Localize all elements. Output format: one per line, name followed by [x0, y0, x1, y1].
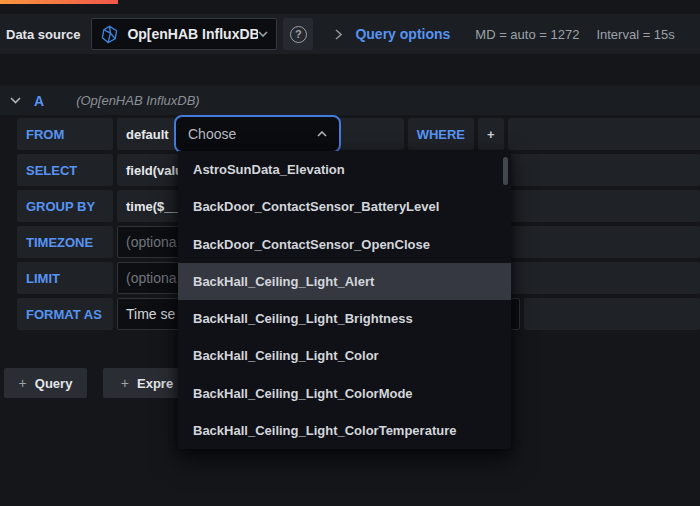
dropdown-scrollbar-thumb[interactable] — [503, 157, 508, 185]
datasource-label: Data source — [6, 27, 80, 42]
query-ref-id: A — [34, 93, 44, 109]
from-row-filler — [508, 118, 700, 150]
interval-readout: Interval = 15s — [596, 27, 674, 42]
timezone-label: TIMEZONE — [26, 235, 93, 250]
query-editor-page: Data source Op[enHAB InfluxDB ? Query op… — [0, 0, 700, 506]
query-row-header[interactable]: A (Op[enHAB InfluxDB) — [0, 86, 700, 115]
datasource-picker[interactable]: Op[enHAB InfluxDB — [91, 18, 277, 50]
query-datasource-hint: (Op[enHAB InfluxDB) — [76, 93, 200, 108]
limit-label-cell: LIMIT — [17, 262, 113, 294]
chevron-right-icon — [335, 29, 342, 40]
chevron-up-icon — [317, 131, 327, 137]
datasource-picker-value: Op[enHAB InfluxDB — [127, 26, 258, 42]
format-as-row-filler — [524, 298, 700, 330]
where-label-cell: WHERE — [408, 118, 474, 150]
dropdown-option[interactable]: BackHall_Ceiling_Light_ColorMode — [178, 375, 511, 412]
dropdown-option[interactable]: AstroSunData_Elevation — [178, 151, 511, 188]
format-as-label-cell: FORMAT AS — [17, 298, 113, 330]
retention-policy-segment[interactable]: default — [117, 118, 178, 150]
plus-icon: + — [487, 127, 495, 142]
plus-icon: + — [19, 375, 27, 391]
chevron-down-icon[interactable] — [10, 97, 21, 104]
query-toolbar: Data source Op[enHAB InfluxDB ? Query op… — [0, 14, 700, 54]
measurement-combobox-placeholder: Choose — [188, 126, 317, 142]
dropdown-option-selected[interactable]: BackHall_Ceiling_Light_Alert — [178, 263, 511, 300]
add-query-button[interactable]: + Query — [4, 368, 87, 398]
measurement-dropdown-menu: AstroSunData_Elevation BackDoor_ContactS… — [178, 151, 511, 449]
format-as-label: FORMAT AS — [26, 307, 102, 322]
chevron-down-icon — [258, 31, 268, 37]
plus-icon: + — [121, 375, 129, 391]
group-by-label: GROUP BY — [26, 199, 95, 214]
select-label: SELECT — [26, 163, 77, 178]
dropdown-option[interactable]: BackHall_Ceiling_Light_Brightness — [178, 300, 511, 337]
datasource-help-button[interactable]: ? — [283, 18, 313, 50]
measurement-combobox[interactable]: Choose — [174, 115, 341, 153]
dropdown-option[interactable]: BackHall_Ceiling_Light_ColorTemperature — [178, 412, 511, 449]
from-row: FROM default WHERE + — [17, 118, 700, 150]
from-label-cell: FROM — [17, 118, 113, 150]
timezone-label-cell: TIMEZONE — [17, 226, 113, 258]
group-by-label-cell: GROUP BY — [17, 190, 113, 222]
help-icon: ? — [290, 26, 307, 43]
loading-progress-bar — [0, 0, 118, 4]
influxdb-logo-icon — [100, 25, 119, 44]
where-label: WHERE — [417, 127, 465, 142]
dropdown-option[interactable]: BackDoor_ContactSensor_OpenClose — [178, 226, 511, 263]
max-data-points-readout: MD = auto = 1272 — [475, 27, 579, 42]
add-where-condition-button[interactable]: + — [478, 118, 504, 150]
limit-label: LIMIT — [26, 271, 60, 286]
dropdown-option[interactable]: BackDoor_ContactSensor_BatteryLevel — [178, 188, 511, 225]
query-options-toggle[interactable]: Query options — [355, 26, 450, 42]
select-label-cell: SELECT — [17, 154, 113, 186]
dropdown-option[interactable]: BackHall_Ceiling_Light_Color — [178, 337, 511, 374]
from-label: FROM — [26, 127, 64, 142]
